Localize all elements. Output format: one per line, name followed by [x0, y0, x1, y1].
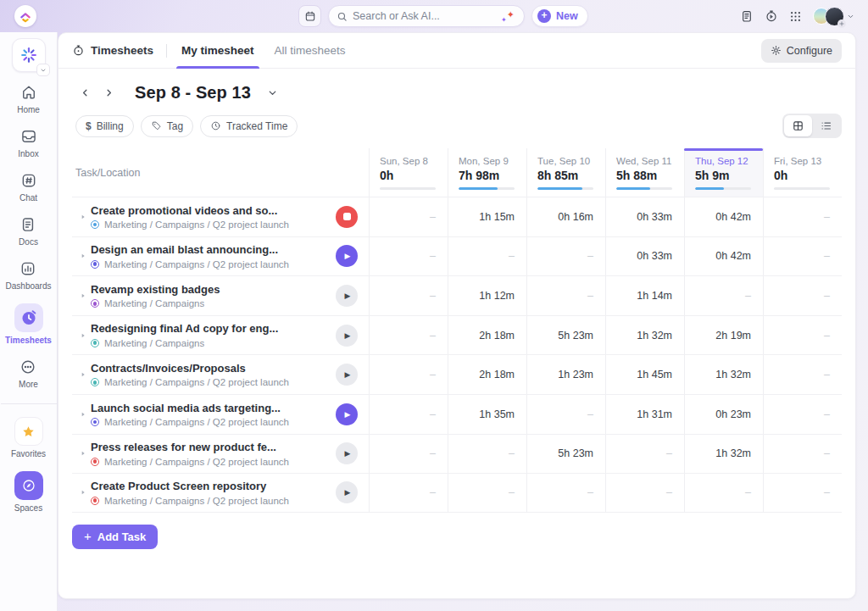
- timer-button[interactable]: [336, 403, 358, 425]
- time-cell[interactable]: –: [526, 474, 605, 512]
- time-cell[interactable]: 1h 35m: [448, 395, 526, 434]
- day-column-header[interactable]: Tue, Sep 10 8h 85m: [526, 148, 605, 197]
- time-cell[interactable]: –: [763, 355, 842, 394]
- search-bar[interactable]: ✦✦: [328, 5, 525, 27]
- expand-chevron-icon[interactable]: [75, 371, 91, 378]
- time-cell[interactable]: 0h 16m: [526, 197, 605, 236]
- time-cell[interactable]: –: [684, 276, 763, 315]
- time-cell[interactable]: –: [369, 276, 448, 315]
- time-cell[interactable]: –: [448, 435, 526, 474]
- time-cell[interactable]: –: [763, 474, 842, 512]
- day-column-header[interactable]: Wed, Sep 11 5h 88m: [605, 148, 684, 197]
- time-cell[interactable]: 1h 12m: [448, 276, 526, 315]
- timer-button[interactable]: [336, 481, 358, 503]
- time-cell[interactable]: –: [369, 197, 448, 236]
- tag-filter-button[interactable]: Tag: [141, 115, 193, 137]
- prev-week-button[interactable]: [75, 84, 94, 103]
- time-cell[interactable]: –: [605, 435, 684, 474]
- time-cell[interactable]: –: [763, 395, 842, 434]
- notepad-icon[interactable]: [740, 9, 754, 23]
- search-input[interactable]: [353, 10, 496, 22]
- time-cell[interactable]: 0h 33m: [605, 197, 684, 236]
- time-cell[interactable]: 1h 32m: [684, 435, 763, 474]
- time-cell[interactable]: 5h 23m: [526, 316, 605, 355]
- time-cell[interactable]: –: [369, 316, 448, 355]
- time-cell[interactable]: 5h 23m: [526, 435, 605, 474]
- timer-button[interactable]: [336, 245, 358, 267]
- time-cell[interactable]: –: [763, 276, 842, 315]
- task-title[interactable]: Launch social media ads targeting...: [91, 402, 329, 414]
- time-cell[interactable]: 0h 42m: [684, 197, 763, 236]
- time-cell[interactable]: –: [369, 474, 448, 512]
- expand-chevron-icon[interactable]: [75, 450, 91, 457]
- timer-icon[interactable]: [765, 9, 778, 23]
- timer-button[interactable]: [336, 442, 358, 464]
- day-column-header[interactable]: Mon, Sep 9 7h 98m: [448, 148, 526, 197]
- time-cell[interactable]: –: [526, 276, 605, 315]
- time-cell[interactable]: –: [448, 474, 526, 512]
- ai-sparkle-icon[interactable]: ✦✦: [501, 9, 516, 23]
- sidebar-item-spaces[interactable]: Spaces: [14, 471, 43, 513]
- task-title[interactable]: Revamp existing badges: [91, 283, 329, 296]
- date-range-title[interactable]: Sep 8 - Sep 13: [135, 83, 251, 103]
- sidebar-item-inbox[interactable]: Inbox: [18, 127, 38, 158]
- time-cell[interactable]: –: [448, 237, 526, 276]
- day-column-header[interactable]: Fri, Sep 13 0h: [763, 148, 842, 197]
- expand-chevron-icon[interactable]: [75, 411, 91, 418]
- sidebar-item-favorites[interactable]: Favorites: [11, 417, 46, 458]
- time-cell[interactable]: –: [369, 355, 448, 394]
- expand-chevron-icon[interactable]: [75, 292, 91, 299]
- task-title[interactable]: Create Product Screen repository: [91, 480, 329, 492]
- task-title[interactable]: Contracts/Invoices/Proposals: [91, 362, 329, 375]
- time-cell[interactable]: 1h 32m: [605, 316, 684, 355]
- time-cell[interactable]: –: [526, 237, 605, 276]
- sidebar-item-docs[interactable]: Docs: [19, 215, 38, 247]
- sidebar-item-dashboards[interactable]: Dashboards: [6, 259, 52, 291]
- time-cell[interactable]: –: [763, 435, 842, 474]
- expand-chevron-icon[interactable]: [75, 332, 91, 339]
- sidebar-item-chat[interactable]: Chat: [19, 171, 38, 203]
- time-cell[interactable]: –: [526, 395, 605, 434]
- workspace-avatar[interactable]: [12, 38, 46, 72]
- timer-button[interactable]: [336, 206, 358, 228]
- time-cell[interactable]: –: [369, 395, 448, 434]
- expand-chevron-icon[interactable]: [75, 253, 91, 259]
- time-cell[interactable]: 1h 45m: [605, 355, 684, 394]
- account-menu[interactable]: [813, 7, 854, 26]
- time-cell[interactable]: –: [369, 435, 448, 474]
- day-column-header[interactable]: Thu, Sep 12 5h 9m: [684, 148, 763, 197]
- date-dropdown-caret-icon[interactable]: [267, 87, 278, 98]
- add-task-button[interactable]: + Add Task: [72, 525, 158, 549]
- time-cell[interactable]: 0h 42m: [684, 237, 763, 276]
- billing-filter-button[interactable]: $ Billing: [75, 115, 134, 137]
- tab-all-timesheets[interactable]: All timesheets: [273, 33, 348, 69]
- time-cell[interactable]: 1h 15m: [448, 197, 526, 236]
- timer-button[interactable]: [336, 364, 358, 386]
- clickup-logo-icon[interactable]: [14, 5, 36, 27]
- next-week-button[interactable]: [99, 84, 118, 103]
- sidebar-item-home[interactable]: Home: [17, 83, 40, 114]
- sidebar-item-timesheets[interactable]: Timesheets: [5, 303, 52, 345]
- time-cell[interactable]: –: [369, 237, 448, 276]
- apps-grid-icon[interactable]: [789, 10, 802, 23]
- table-view-toggle[interactable]: [784, 115, 812, 136]
- day-column-header[interactable]: Sun, Sep 8 0h: [369, 148, 448, 197]
- time-cell[interactable]: 1h 32m: [684, 355, 763, 394]
- time-cell[interactable]: –: [684, 474, 763, 512]
- time-cell[interactable]: 1h 23m: [526, 355, 605, 394]
- timer-button[interactable]: [336, 325, 358, 347]
- configure-button[interactable]: Configure: [761, 39, 842, 63]
- time-cell[interactable]: 1h 14m: [605, 276, 684, 315]
- tab-my-timesheet[interactable]: My timesheet: [180, 33, 256, 69]
- calendar-button[interactable]: [298, 5, 321, 27]
- task-title[interactable]: Redesigning final Ad copy for eng...: [91, 322, 329, 335]
- time-cell[interactable]: –: [763, 197, 842, 236]
- time-cell[interactable]: 1h 31m: [605, 395, 684, 434]
- task-title[interactable]: Create promotional videos and so...: [91, 204, 329, 217]
- expand-chevron-icon[interactable]: [75, 214, 91, 220]
- time-cell[interactable]: –: [763, 237, 842, 276]
- task-title[interactable]: Design an email blast announcing...: [91, 243, 329, 256]
- time-cell[interactable]: 0h 33m: [605, 237, 684, 276]
- expand-chevron-icon[interactable]: [75, 489, 91, 496]
- tracked-time-filter-button[interactable]: Tracked Time: [200, 115, 298, 137]
